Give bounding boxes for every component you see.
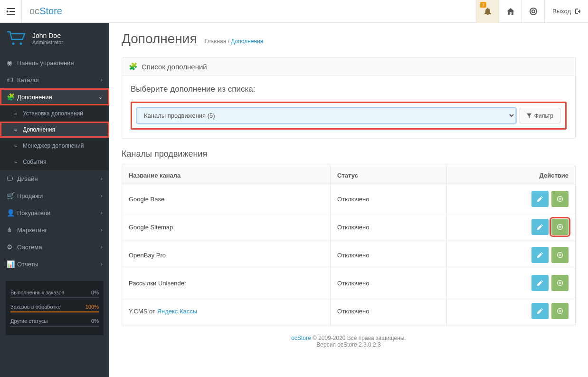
nav-customers[interactable]: 👤Покупатели› bbox=[0, 204, 109, 221]
extension-type-select[interactable]: Каналы продвижения (5) bbox=[137, 108, 516, 123]
cell-name: Рассылки Unisender bbox=[122, 269, 331, 297]
cart-avatar-icon bbox=[7, 30, 27, 47]
edit-button[interactable] bbox=[531, 247, 549, 263]
install-button[interactable] bbox=[551, 275, 569, 291]
pencil-icon bbox=[537, 252, 543, 258]
brand-logo[interactable]: ocStore bbox=[22, 6, 70, 17]
stats-box: Выполненных заказов0% Заказов в обработк… bbox=[6, 281, 104, 335]
subnav-extensions[interactable]: »Дополнения bbox=[0, 122, 109, 138]
home-button[interactable] bbox=[499, 0, 522, 23]
nav-reports[interactable]: 📊Отчеты› bbox=[0, 255, 109, 273]
plus-circle-icon bbox=[557, 252, 563, 258]
chevron-right-icon: › bbox=[101, 261, 103, 267]
double-chevron-icon: » bbox=[14, 143, 23, 149]
chevron-right-icon: › bbox=[101, 227, 103, 233]
table-row: OpenBay ProОтключено bbox=[122, 241, 576, 269]
breadcrumb-home[interactable]: Главная bbox=[205, 38, 227, 45]
svg-point-3 bbox=[20, 43, 22, 45]
logo-suffix: Store bbox=[39, 6, 62, 16]
cell-status: Отключено bbox=[331, 297, 446, 325]
breadcrumb: Главная / Дополнения bbox=[205, 38, 264, 45]
col-status: Статус bbox=[331, 166, 446, 185]
stat-processing-value: 100% bbox=[85, 304, 99, 310]
pencil-icon bbox=[537, 224, 543, 230]
desktop-icon: 🖵 bbox=[7, 175, 17, 182]
puzzle-icon: 🧩 bbox=[7, 93, 17, 101]
filter-row: Каналы продвижения (5) Фильтр bbox=[131, 102, 567, 130]
install-button[interactable] bbox=[551, 247, 569, 263]
feed-name-link[interactable]: Яндекс.Кассы bbox=[157, 308, 197, 315]
edit-button[interactable] bbox=[531, 191, 549, 207]
breadcrumb-current[interactable]: Дополнения bbox=[231, 38, 263, 45]
panel-heading: 🧩 Список дополнений bbox=[122, 57, 575, 76]
nav-catalog[interactable]: 🏷Каталог› bbox=[0, 71, 109, 88]
nav-marketing[interactable]: ⋔Маркетинг› bbox=[0, 221, 109, 238]
notifications-button[interactable]: 1 bbox=[476, 0, 499, 23]
subnav-events[interactable]: »События bbox=[0, 154, 109, 170]
edit-button[interactable] bbox=[531, 275, 549, 291]
filter-button[interactable]: Фильтр bbox=[520, 108, 560, 123]
logout-button[interactable]: Выход bbox=[544, 0, 588, 23]
double-chevron-icon: » bbox=[14, 160, 23, 165]
edit-button[interactable] bbox=[531, 219, 549, 235]
home-icon bbox=[507, 8, 514, 15]
install-button[interactable] bbox=[551, 191, 569, 207]
table-row: Рассылки UnisenderОтключено bbox=[122, 269, 576, 297]
profile-role: Administrator bbox=[32, 39, 63, 45]
footer-copyright: © 2009-2020 Все права защищены. bbox=[311, 335, 406, 341]
pencil-icon bbox=[537, 280, 543, 286]
install-button[interactable] bbox=[551, 303, 569, 319]
subnav-install[interactable]: »Установка дополнений bbox=[0, 105, 109, 122]
svg-point-2 bbox=[12, 43, 15, 45]
cell-name: Google Sitemap bbox=[122, 213, 331, 241]
extensions-subnav: »Установка дополнений »Дополнения »Менед… bbox=[0, 105, 109, 170]
notification-badge: 1 bbox=[480, 2, 486, 8]
puzzle-icon: 🧩 bbox=[129, 62, 138, 71]
stat-completed-label: Выполненных заказов bbox=[10, 290, 64, 295]
chevron-down-icon: ⌄ bbox=[98, 94, 103, 100]
chevron-right-icon: › bbox=[101, 77, 103, 83]
chevron-right-icon: › bbox=[101, 244, 103, 250]
plus-circle-icon bbox=[557, 224, 563, 230]
chevron-right-icon: › bbox=[101, 210, 103, 216]
profile-name: John Doe bbox=[32, 32, 63, 39]
stat-processing-label: Заказов в обработке bbox=[10, 304, 61, 310]
tag-icon: 🏷 bbox=[7, 76, 17, 84]
page-header: Дополнения Главная / Дополнения bbox=[122, 31, 576, 47]
cell-status: Отключено bbox=[331, 269, 446, 297]
nav-sales[interactable]: 🛒Продажи› bbox=[0, 187, 109, 204]
stat-other-value: 0% bbox=[91, 318, 99, 324]
nav-extensions[interactable]: 🧩Дополнения⌄ bbox=[0, 88, 109, 105]
content-area: Дополнения Главная / Дополнения 🧩 Список… bbox=[109, 23, 588, 377]
menu-toggle-button[interactable] bbox=[0, 0, 22, 23]
help-button[interactable] bbox=[522, 0, 544, 23]
cell-name: Y.CMS от Яндекс.Кассы bbox=[122, 297, 331, 325]
share-icon: ⋔ bbox=[7, 226, 17, 234]
install-button[interactable] bbox=[551, 219, 569, 235]
subnav-modman[interactable]: »Менеджер дополнений bbox=[0, 138, 109, 154]
logo-prefix: oc bbox=[29, 6, 39, 16]
nav-dashboard[interactable]: ◉Панель управления bbox=[0, 54, 109, 71]
col-name: Название канала bbox=[122, 166, 331, 185]
main-nav-2: 🖵Дизайн› 🛒Продажи› 👤Покупатели› ⋔Маркети… bbox=[0, 170, 109, 273]
dashboard-icon: ◉ bbox=[7, 59, 17, 66]
hamburger-indent-icon bbox=[7, 8, 15, 15]
profile-block: John Doe Administrator bbox=[0, 23, 109, 54]
nav-system[interactable]: ⚙Система› bbox=[0, 238, 109, 255]
table-row: Y.CMS от Яндекс.КассыОтключено bbox=[122, 297, 576, 325]
edit-button[interactable] bbox=[531, 303, 549, 319]
double-chevron-icon: » bbox=[14, 111, 23, 116]
col-action: Действие bbox=[446, 166, 575, 185]
svg-point-0 bbox=[530, 8, 537, 15]
select-label: Выберите дополнение из списка: bbox=[131, 85, 567, 94]
cell-name: OpenBay Pro bbox=[122, 241, 331, 269]
logout-label: Выход bbox=[552, 8, 571, 15]
page-title: Дополнения bbox=[122, 31, 197, 47]
nav-design[interactable]: 🖵Дизайн› bbox=[0, 170, 109, 187]
main-nav: ◉Панель управления 🏷Каталог› 🧩Дополнения… bbox=[0, 54, 109, 105]
chevron-right-icon: › bbox=[101, 193, 103, 198]
footer: ocStore © 2009-2020 Все права защищены. … bbox=[122, 325, 576, 358]
sidebar: John Doe Administrator ◉Панель управлени… bbox=[0, 23, 109, 377]
footer-brand-link[interactable]: ocStore bbox=[291, 335, 311, 341]
cell-status: Отключено bbox=[331, 213, 446, 241]
